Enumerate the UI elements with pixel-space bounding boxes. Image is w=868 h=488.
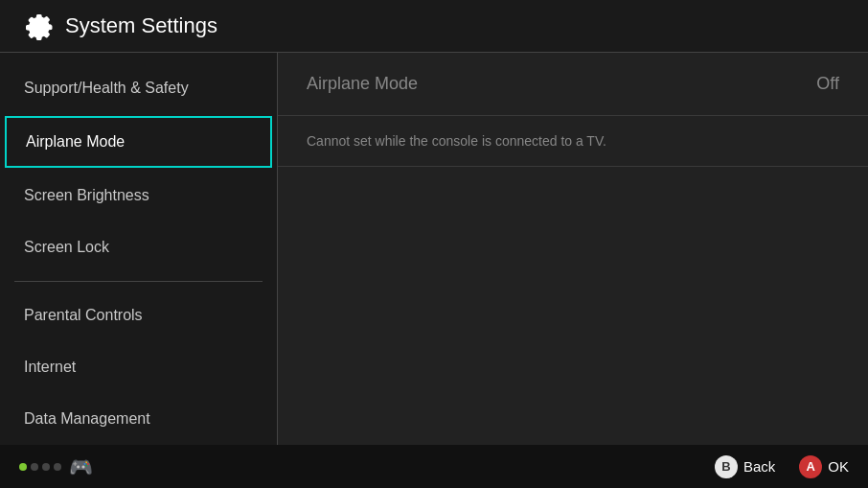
setting-value: Off — [816, 74, 839, 94]
setting-description: Cannot set while the console is connecte… — [278, 116, 868, 167]
ok-button[interactable]: A OK — [799, 455, 849, 478]
sidebar-item-support[interactable]: Support/Health & Safety — [0, 62, 277, 114]
b-button-icon: B — [715, 455, 738, 478]
ok-label: OK — [828, 458, 849, 475]
main-layout: Support/Health & Safety Airplane Mode Sc… — [0, 53, 868, 445]
sidebar-item-lock[interactable]: Screen Lock — [0, 221, 277, 273]
header: System Settings — [0, 0, 868, 53]
back-button[interactable]: B Back — [715, 455, 775, 478]
controller-dots — [19, 463, 61, 471]
footer-left: 🎮 — [19, 455, 93, 478]
sidebar-item-data[interactable]: Data Management — [0, 393, 277, 445]
sidebar-item-parental[interactable]: Parental Controls — [0, 290, 277, 341]
sidebar-item-brightness[interactable]: Screen Brightness — [0, 170, 277, 221]
sidebar-item-internet[interactable]: Internet — [0, 341, 277, 393]
dot-1 — [19, 463, 27, 471]
setting-title: Airplane Mode — [307, 74, 418, 94]
a-button-icon: A — [799, 455, 822, 478]
sidebar: Support/Health & Safety Airplane Mode Sc… — [0, 53, 278, 445]
dot-2 — [31, 463, 38, 471]
page-title: System Settings — [65, 13, 217, 38]
footer-right: B Back A OK — [715, 455, 849, 478]
setting-row: Airplane Mode Off — [278, 53, 868, 116]
dot-3 — [42, 463, 50, 471]
back-label: Back — [743, 458, 775, 475]
sidebar-divider-1 — [14, 281, 263, 282]
dot-4 — [54, 463, 61, 471]
controller-icon: 🎮 — [69, 455, 93, 478]
footer: 🎮 B Back A OK — [0, 445, 868, 488]
gear-icon — [19, 9, 54, 43]
sidebar-item-airplane[interactable]: Airplane Mode — [5, 116, 272, 168]
right-panel: Airplane Mode Off Cannot set while the c… — [278, 53, 868, 445]
